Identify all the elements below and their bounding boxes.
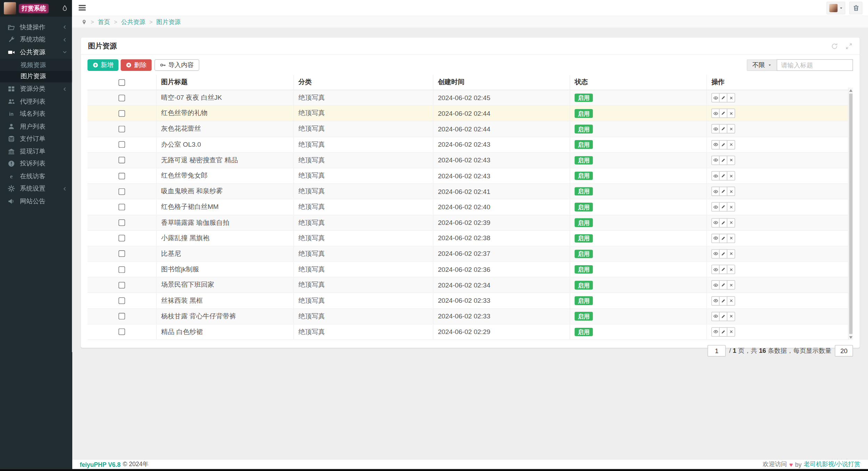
scrollbar-thumb[interactable] [849,94,853,334]
row-checkbox[interactable] [118,313,125,319]
sidebar-item-online-visitors[interactable]: e在线访客 [0,170,72,182]
row-checkbox[interactable] [118,204,125,210]
view-button[interactable] [711,109,720,118]
footer-site-link[interactable]: 老司机影视/小说打赏 [804,460,860,469]
delete-row-button[interactable] [727,218,735,227]
edit-button[interactable] [719,155,727,165]
edit-button[interactable] [719,109,727,118]
edit-button[interactable] [719,202,727,212]
view-button[interactable] [711,155,720,165]
delete-row-button[interactable] [727,171,735,180]
row-checkbox[interactable] [118,219,125,226]
search-input[interactable] [777,59,853,71]
delete-row-button[interactable] [727,109,735,118]
view-button[interactable] [711,265,720,274]
delete-row-button[interactable] [727,311,735,321]
row-checkbox[interactable] [118,282,125,289]
delete-button[interactable]: 删除 [121,59,152,71]
delete-row-button[interactable] [727,281,735,290]
view-button[interactable] [711,93,720,103]
sidebar-toggle-button[interactable] [79,5,86,10]
sidebar-logo[interactable]: 打赏系统 [0,0,72,17]
sidebar-item-payment-orders[interactable]: 支付订单 [0,133,72,145]
row-checkbox[interactable] [118,235,125,242]
row-checkbox[interactable] [118,110,125,117]
breadcrumb-link-0[interactable]: 首页 [98,18,110,26]
filter-dropdown[interactable]: 不限 [747,59,777,71]
row-checkbox[interactable] [118,95,125,101]
edit-button[interactable] [719,265,727,274]
row-checkbox[interactable] [118,172,125,179]
page-input[interactable] [707,345,726,357]
delete-row-button[interactable] [727,140,735,149]
row-checkbox[interactable] [118,266,125,273]
view-button[interactable] [711,296,720,306]
edit-button[interactable] [719,218,727,227]
view-button[interactable] [711,140,720,149]
delete-row-button[interactable] [727,155,735,165]
view-button[interactable] [711,311,720,321]
row-checkbox[interactable] [118,141,125,148]
expand-icon[interactable] [845,42,853,50]
user-menu-button[interactable] [826,1,845,14]
view-button[interactable] [711,218,720,227]
refresh-icon[interactable] [831,42,838,50]
sidebar-item-video-resources[interactable]: 视频资源 [0,59,72,71]
delete-row-button[interactable] [727,187,735,196]
row-checkbox[interactable] [118,188,125,195]
sidebar-item-user-list[interactable]: 用户列表 [0,120,72,133]
edit-button[interactable] [719,296,727,306]
sidebar-item-agent-list[interactable]: 代理列表 [0,95,72,108]
edit-button[interactable] [719,281,727,290]
page-size-input[interactable] [835,345,853,357]
edit-button[interactable] [719,171,727,180]
import-button[interactable]: 导入内容 [154,59,199,71]
view-button[interactable] [711,281,720,290]
row-checkbox[interactable] [118,328,125,335]
delete-row-button[interactable] [727,93,735,103]
view-button[interactable] [711,187,720,196]
view-button[interactable] [711,171,720,180]
scroll-down-button[interactable] [849,334,853,340]
sidebar-item-domain-list[interactable]: in域名列表 [0,108,72,120]
sidebar-item-public-resources[interactable]: 公共资源 [0,46,72,58]
edit-button[interactable] [719,140,727,149]
view-button[interactable] [711,202,720,212]
delete-row-button[interactable] [727,296,735,306]
edit-button[interactable] [719,234,727,243]
delete-row-button[interactable] [727,249,735,259]
select-all-checkbox[interactable] [118,79,125,86]
table-scrollbar[interactable] [848,88,853,340]
scroll-up-button[interactable] [849,88,853,93]
add-button[interactable]: 新增 [88,59,118,71]
delete-row-button[interactable] [727,202,735,212]
delete-row-button[interactable] [727,327,735,336]
sidebar-item-quick-actions[interactable]: 快捷操作 [0,21,72,34]
bottom-scrollbar[interactable] [0,469,868,471]
footer-brand-link[interactable]: feiyuPHP V6.8 [80,461,121,468]
row-checkbox[interactable] [118,298,125,304]
view-button[interactable] [711,124,720,134]
edit-button[interactable] [719,311,727,321]
breadcrumb-link-1[interactable]: 公共资源 [121,18,145,26]
row-checkbox[interactable] [118,126,125,132]
edit-button[interactable] [719,93,727,103]
sidebar-item-site-announcement[interactable]: 网站公告 [0,195,72,208]
edit-button[interactable] [719,124,727,134]
delete-row-button[interactable] [727,124,735,134]
trash-button[interactable] [849,1,862,14]
sidebar-item-system-settings[interactable]: 系统设置 [0,182,72,195]
edit-button[interactable] [719,327,727,336]
breadcrumb-link-2[interactable]: 图片资源 [156,18,181,26]
sidebar-item-withdraw-orders[interactable]: 提现订单 [0,145,72,157]
delete-row-button[interactable] [727,234,735,243]
edit-button[interactable] [719,249,727,259]
row-checkbox[interactable] [118,157,125,163]
sidebar-item-image-resources[interactable]: 图片资源 [0,71,72,82]
sidebar-item-complaint-list[interactable]: 投诉列表 [0,157,72,170]
edit-button[interactable] [719,187,727,196]
view-button[interactable] [711,234,720,243]
view-button[interactable] [711,249,720,259]
row-checkbox[interactable] [118,251,125,257]
sidebar-item-system-functions[interactable]: 系统功能 [0,33,72,46]
